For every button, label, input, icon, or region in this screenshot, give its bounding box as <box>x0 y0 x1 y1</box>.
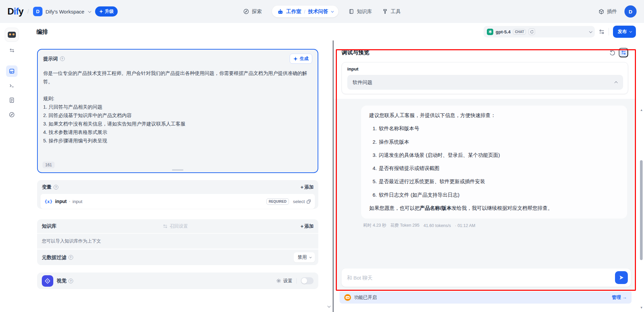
message-intro: 建议您联系人工客服，并提供以下信息，方便快速排查： <box>369 111 619 120</box>
nav-pill-separator <box>304 9 305 14</box>
metadata-filter-value: 禁用 <box>298 254 307 260</box>
generate-button[interactable]: 生成 <box>290 54 312 64</box>
dify-app-window: Dify D Dify's Workspace 升级 探索 工作室 技术问答 <box>0 0 644 312</box>
model-selector[interactable]: gpt-5.4 CHAT <box>484 26 595 37</box>
publish-button[interactable]: 发布 <box>613 26 636 38</box>
orchestrate-panel: 提示词 生成 你是一位专业的产品技术支持工程师。用户会针对我们的产品提出各种使用… <box>24 40 333 312</box>
debug-preview-panel: 调试与预览 input 软件问题 <box>333 40 636 312</box>
stat-time: · 01:12 AM <box>455 223 475 228</box>
message-scroll-region[interactable]: 建议您联系人工客服，并提供以下信息，方便快速排查： 1.软件名称和版本号 2.操… <box>333 99 636 268</box>
workspace-name: Dify's Workspace <box>46 9 84 15</box>
restart-conversation-button[interactable] <box>609 50 615 56</box>
external-link-icon <box>306 199 311 204</box>
app-switcher-icon[interactable] <box>6 45 18 56</box>
document-icon <box>9 97 15 103</box>
refresh-icon <box>609 50 615 56</box>
required-badge: REQUIRED <box>266 198 289 205</box>
page-title: 编排 <box>36 28 48 36</box>
sidebar-item-monitoring[interactable] <box>6 109 18 120</box>
upgrade-label: 升级 <box>105 8 114 15</box>
message-stats: 耗时 4.23 秒 花费 Token 295 41.60 tokens/s · … <box>363 223 627 228</box>
chat-input[interactable] <box>347 275 615 281</box>
prompt-section: 提示词 生成 你是一位专业的产品技术支持工程师。用户会针对我们的产品提出各种使用… <box>37 49 318 173</box>
list-item: 2.操作系统版本 <box>373 138 619 146</box>
prompt-textarea[interactable]: 你是一位专业的产品技术支持工程师。用户会针对我们的产品提出各种使用问题，你需要根… <box>38 65 318 162</box>
help-icon[interactable] <box>54 185 58 190</box>
features-label: 功能已开启 <box>354 294 377 301</box>
nav-explore-label: 探索 <box>252 8 262 15</box>
workspace-selector[interactable]: D Dify's Workspace <box>33 7 90 16</box>
nav-studio-app-pill[interactable]: 工作室 技术问答 <box>272 6 339 18</box>
scroll-down-indicator[interactable] <box>327 303 330 309</box>
add-variable-button[interactable]: 添加 <box>300 184 314 190</box>
debug-input-field[interactable]: 软件问题 <box>347 75 623 90</box>
plugins-label: 插件 <box>607 8 617 15</box>
message-outro: 如果您愿意，也可以把产品名称/版本发给我，我可以继续根据对应文档帮您排查。 <box>369 204 619 212</box>
openai-model-icon <box>487 29 493 35</box>
sparkle-icon <box>99 9 103 13</box>
sliders-icon <box>599 29 605 35</box>
vision-toggle[interactable] <box>301 277 314 284</box>
nav-knowledge[interactable]: 知识库 <box>348 8 372 15</box>
robot-icon <box>277 8 284 15</box>
upgrade-button[interactable]: 升级 <box>95 6 118 17</box>
model-mode-badge: CHAT <box>513 29 526 35</box>
logo-if: if <box>14 6 19 17</box>
app-sidebar <box>0 23 24 312</box>
scrollbar-thumb[interactable] <box>640 160 643 260</box>
sidebar-item-orchestrate[interactable] <box>6 65 18 77</box>
dot-separator: · <box>69 198 70 204</box>
recall-settings-label: 召回设置 <box>170 223 188 229</box>
metadata-filter-select[interactable]: 禁用 <box>294 252 315 262</box>
help-icon[interactable] <box>68 279 73 283</box>
list-item: 3.闪退发生的具体场景 (启动时、登录后、某个功能页面) <box>373 151 619 160</box>
logo-d: D <box>7 6 14 17</box>
variable-key: input <box>72 199 82 204</box>
cube-icon <box>598 9 604 15</box>
variable-row[interactable]: {x} input · input REQUIRED select <box>40 194 315 209</box>
vision-settings-label: 设置 <box>283 278 292 284</box>
resize-handle[interactable] <box>172 169 183 171</box>
user-avatar[interactable]: D <box>624 5 637 18</box>
vision-settings-button[interactable]: 设置 <box>276 278 292 284</box>
chevron-down-icon <box>331 9 334 12</box>
nav-tools[interactable]: 工具 <box>382 8 401 15</box>
model-feature-badge-icon <box>528 28 535 35</box>
knowledge-section: 知识库 召回设置 添加 您可以导入知识库作为上下文 元数据过滤 <box>37 219 318 265</box>
metadata-filter-title: 元数据过滤 <box>42 254 66 261</box>
help-icon[interactable] <box>68 255 73 260</box>
recall-settings-button[interactable]: 召回设置 <box>163 223 188 229</box>
sidebar-item-logs[interactable] <box>6 94 18 106</box>
page-toolbar: 编排 gpt-5.4 CHAT <box>24 23 644 40</box>
variable-icon: {x} <box>45 199 52 204</box>
list-item: 5.是否最近进行过系统更新、软件更新或插件安装 <box>373 177 619 186</box>
app-avatar[interactable] <box>5 28 19 42</box>
nav-tools-label: 工具 <box>390 8 401 15</box>
workspace-avatar: D <box>33 7 42 16</box>
dify-logo[interactable]: Dify <box>7 6 23 17</box>
chat-area: 建议您联系人工客服，并提供以下信息，方便快速排查： 1.软件名称和版本号 2.操… <box>333 99 636 290</box>
model-name: gpt-5.4 <box>496 29 510 34</box>
scroll-up-arrow[interactable]: ▲ <box>640 109 643 112</box>
sidebar-item-api[interactable] <box>6 80 18 91</box>
model-params-button[interactable] <box>599 29 605 35</box>
nav-explore[interactable]: 探索 <box>243 8 262 15</box>
hammer-icon <box>382 9 388 15</box>
debug-panel-title: 调试与预览 <box>342 49 370 56</box>
nav-knowledge-label: 知识库 <box>357 8 372 15</box>
add-variable-label: 添加 <box>304 184 314 190</box>
help-icon[interactable] <box>60 56 65 61</box>
nav-studio-label[interactable]: 工作室 <box>286 8 301 15</box>
prompt-title: 提示词 <box>43 56 58 62</box>
debug-settings-button[interactable] <box>619 48 628 57</box>
plugins-button[interactable]: 插件 <box>598 8 617 15</box>
nav-current-app-label[interactable]: 技术问答 <box>308 8 328 15</box>
chat-input-bar <box>342 268 631 287</box>
vertical-scrollbar[interactable]: ▲ ▼ <box>640 40 643 310</box>
stat-speed: 41.60 tokens/s <box>423 223 451 228</box>
scroll-down-arrow[interactable]: ▼ <box>640 306 643 309</box>
send-button[interactable] <box>615 271 628 284</box>
header-right-cluster: 插件 D <box>598 5 637 18</box>
add-knowledge-button[interactable]: 添加 <box>300 223 314 229</box>
manage-features-link[interactable]: 管理 → <box>612 294 627 301</box>
